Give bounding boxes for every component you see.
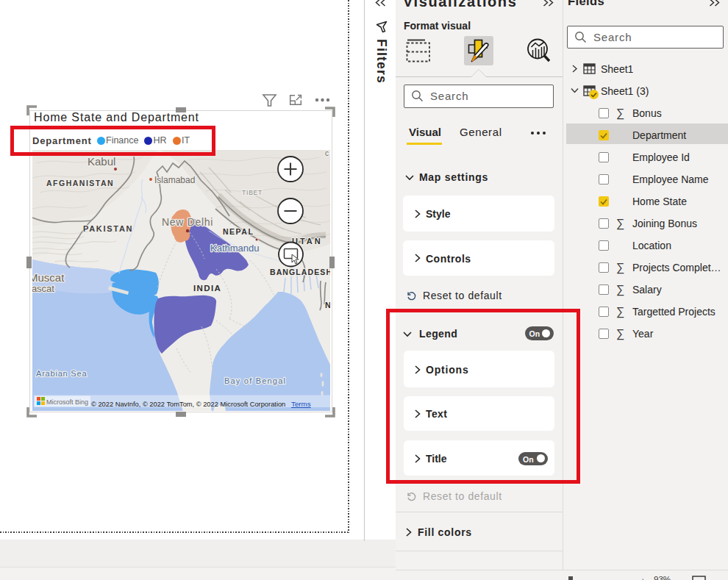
svg-text:Bay of Bengal: Bay of Bengal [224, 376, 286, 385]
svg-text:Microsoft Bing: Microsoft Bing [46, 398, 88, 406]
svg-text:NEPAL: NEPAL [223, 227, 254, 236]
svg-text:N: N [325, 301, 330, 309]
svg-text:© 2022 NavInfo, © 2022 TomTom,: © 2022 NavInfo, © 2022 TomTom, © 2022 Mi… [91, 401, 285, 408]
svg-text:Kathmandu: Kathmandu [210, 243, 260, 254]
svg-text:TIBET: TIBET [242, 189, 263, 196]
svg-text:lascat: lascat [32, 283, 54, 294]
svg-text:BANGLADESH: BANGLADESH [270, 268, 330, 276]
svg-text:AFGHANISTAN: AFGHANISTAN [46, 179, 114, 187]
svg-text:c: c [325, 150, 329, 157]
svg-text:Islamabad: Islamabad [154, 175, 195, 185]
svg-text:Terms: Terms [291, 400, 311, 408]
svg-text:Kabul: Kabul [88, 155, 115, 168]
svg-text:Muscat: Muscat [32, 271, 65, 284]
svg-text:INDIA: INDIA [193, 284, 221, 293]
svg-text:New Delhi: New Delhi [162, 216, 213, 228]
svg-text:PAKISTAN: PAKISTAN [83, 224, 133, 233]
svg-text:Arabian Sea: Arabian Sea [36, 369, 87, 378]
